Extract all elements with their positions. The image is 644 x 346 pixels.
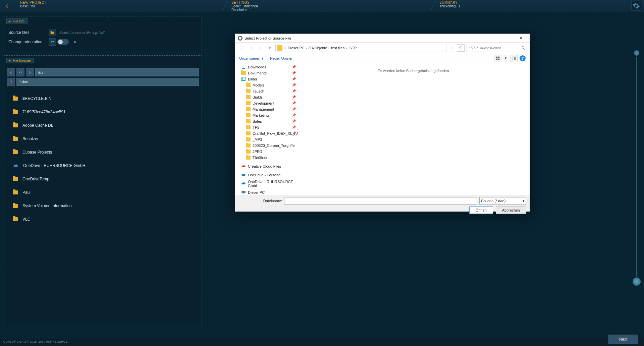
list-item[interactable]: Cubase Projects bbox=[8, 146, 198, 159]
list-item[interactable]: $RECYCLE.BIN bbox=[8, 92, 198, 105]
settings-gear-button[interactable] bbox=[631, 1, 641, 11]
file-browser-panel: File browser E:\ *.dae $RECYCLE.BIN7169f… bbox=[4, 55, 202, 326]
nav-back-button[interactable] bbox=[7, 68, 15, 76]
back-button[interactable] bbox=[3, 1, 11, 10]
list-item[interactable]: VLC bbox=[8, 213, 198, 226]
filename-input[interactable] bbox=[284, 197, 477, 205]
svg-rect-9 bbox=[241, 191, 246, 193]
folder-icon bbox=[13, 204, 18, 208]
sidebar-item[interactable]: OneDrive - RUHRSOURCE GmbH bbox=[235, 181, 298, 187]
sidebar-item-label: Management bbox=[253, 107, 274, 111]
filter-input[interactable]: *.dae bbox=[16, 78, 199, 86]
odrive-icon bbox=[241, 182, 246, 186]
svg-point-0 bbox=[239, 37, 241, 40]
organize-menu[interactable]: Organisieren bbox=[239, 56, 263, 60]
dialog-refresh-button[interactable] bbox=[457, 44, 465, 52]
browser-file-list: $RECYCLE.BIN7169f53ce478a34ac591Adobe Ca… bbox=[7, 91, 199, 227]
next-button[interactable]: Next bbox=[608, 335, 638, 344]
file-browser-header[interactable]: File browser bbox=[6, 58, 34, 63]
sidebar-item[interactable]: Downloads📌 bbox=[235, 64, 298, 70]
sidebar-item-label: Dokumente bbox=[248, 71, 267, 75]
dialog-nav-back[interactable] bbox=[238, 44, 245, 52]
dialog-nav-up[interactable] bbox=[266, 44, 273, 52]
dialog-sidebar[interactable]: Downloads📌Dokumente📌Bilder📌Models📌Tausch… bbox=[235, 63, 298, 195]
sidebar-item[interactable]: JPEG bbox=[235, 149, 298, 155]
fold-icon bbox=[246, 107, 251, 111]
sidebar-item[interactable]: Creative Cloud Files bbox=[235, 163, 298, 169]
list-item[interactable]: Benutzer bbox=[8, 132, 198, 146]
file-info-header[interactable]: File info bbox=[6, 18, 28, 24]
new-project-title: NEW PROJECT bbox=[20, 1, 215, 4]
breadcrumb-segment[interactable]: .STP bbox=[348, 46, 357, 50]
nav-forward-button[interactable] bbox=[26, 68, 34, 76]
cancel-button[interactable]: Abbrechen bbox=[496, 207, 526, 214]
nav-up-button[interactable] bbox=[16, 68, 24, 76]
sidebar-item-label: Marketing bbox=[253, 113, 269, 117]
view-mode-dropdown[interactable]: ▾ bbox=[503, 55, 508, 62]
browse-source-button[interactable] bbox=[49, 29, 56, 36]
sidebar-item[interactable]: Management📌 bbox=[235, 106, 298, 112]
dialog-search-input[interactable]: ".STP" durchsuchen bbox=[467, 44, 527, 52]
orientation-toggle[interactable] bbox=[57, 39, 69, 45]
sidebar-item[interactable]: Development📌 bbox=[235, 100, 298, 106]
dialog-breadcrumb-dropdown[interactable] bbox=[448, 44, 455, 52]
list-item[interactable]: System Volume Information bbox=[8, 199, 198, 213]
sidebar-item[interactable]: Sales📌 bbox=[235, 118, 298, 124]
sidebar-item[interactable]: TFS📌 bbox=[235, 124, 298, 130]
sidebar-item[interactable]: Tausch📌 bbox=[235, 88, 298, 94]
dialog-nav-forward[interactable] bbox=[247, 44, 255, 52]
fold-icon bbox=[246, 125, 251, 129]
help-button[interactable]: ? bbox=[520, 55, 526, 61]
list-item[interactable]: 7169f53ce478a34ac591 bbox=[8, 105, 198, 119]
list-item[interactable]: OneDrive - RUHRSOURCE GmbH bbox=[8, 159, 198, 172]
top-segment-settings: SETTINGS Scale: Undefined Resolution: 1 bbox=[228, 0, 402, 11]
rail-handle-top[interactable] bbox=[634, 50, 639, 56]
sidebar-item[interactable]: Builds📌 bbox=[235, 94, 298, 100]
list-item[interactable]: Paul bbox=[8, 186, 198, 199]
axis-button[interactable]: ↑Y bbox=[49, 38, 56, 46]
view-mode-button[interactable] bbox=[494, 55, 501, 62]
dialog-close-button[interactable]: ✕ bbox=[515, 34, 527, 42]
fold-icon bbox=[246, 101, 251, 105]
sidebar-item[interactable]: Marketing📌 bbox=[235, 112, 298, 118]
sidebar-item[interactable]: Bilder📌 bbox=[235, 76, 298, 82]
sidebar-item[interactable]: CrafBot_Flow_IDEX_XL_AME📌 bbox=[235, 130, 298, 136]
sidebar-item[interactable]: Dieser PC bbox=[235, 189, 298, 195]
pin-icon: 📌 bbox=[292, 107, 296, 111]
sidebar-item[interactable]: Dokumente📌 bbox=[235, 70, 298, 76]
sidebar-item-label: Development bbox=[253, 101, 274, 105]
svg-rect-1 bbox=[496, 56, 498, 58]
sidebar-item[interactable]: 200320_Corona_Turgriffe bbox=[235, 142, 298, 149]
folder-icon bbox=[277, 45, 282, 51]
sidebar-item-label: OneDrive - Personal bbox=[248, 173, 281, 177]
sidebar-item[interactable]: Türöffner bbox=[235, 155, 298, 161]
top-segment-project: NEW PROJECT Base: tall bbox=[17, 0, 218, 11]
filter-expand-button[interactable] bbox=[7, 78, 15, 86]
list-item-label: Benutzer bbox=[22, 136, 39, 141]
footer-text: CUR3D® 2.0.4.3 © 2015–2020 RUHRSOURCE bbox=[3, 340, 67, 343]
folder-icon bbox=[13, 150, 18, 154]
dialog-breadcrumb[interactable]: ›Dieser PC›3D-Objekte›test files›.STP bbox=[275, 44, 446, 52]
svg-rect-4 bbox=[498, 58, 500, 60]
breadcrumb-segment[interactable]: test files bbox=[331, 46, 344, 50]
sidebar-item[interactable]: _MP3 bbox=[235, 136, 298, 142]
open-button[interactable]: Öffnen bbox=[469, 207, 493, 214]
breadcrumb-segment[interactable]: Dieser PC bbox=[288, 46, 305, 50]
path-input[interactable]: E:\ bbox=[35, 68, 199, 76]
sidebar-item-label: CrafBot_Flow_IDEX_XL_AME bbox=[253, 131, 298, 135]
preview-pane-button[interactable] bbox=[510, 55, 518, 62]
list-item[interactable]: Adobe Cache DB bbox=[8, 119, 198, 132]
new-folder-button[interactable]: Neuer Ordner bbox=[270, 56, 292, 60]
sidebar-item[interactable]: Models📌 bbox=[235, 82, 298, 88]
source-hint: Select the source file, e.g. *.stl. bbox=[59, 31, 105, 35]
orientation-refresh-icon[interactable]: ↻ bbox=[71, 38, 79, 46]
list-item[interactable]: OneDriveTemp bbox=[8, 172, 198, 186]
dialog-nav-recent[interactable] bbox=[257, 44, 264, 52]
filetype-select[interactable]: Collada (*.dae)▾ bbox=[479, 197, 526, 205]
top-divider bbox=[429, 0, 437, 11]
sidebar-item-label: TFS bbox=[253, 125, 260, 129]
top-divider bbox=[221, 0, 229, 11]
breadcrumb-segment[interactable]: 3D-Objekte bbox=[308, 46, 327, 50]
rail-handle-bottom[interactable] bbox=[633, 278, 641, 286]
sidebar-item[interactable]: OneDrive - Personal bbox=[235, 172, 298, 178]
